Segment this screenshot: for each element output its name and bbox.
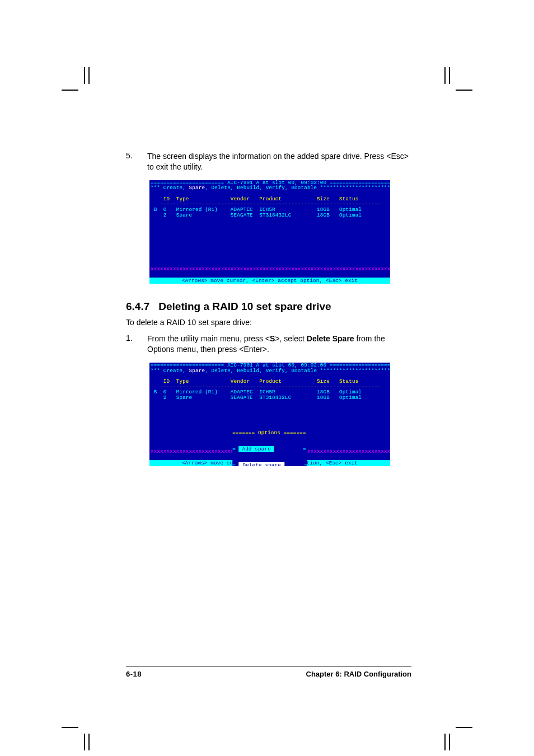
options-title: ======= Options ======= [232,430,306,436]
step-number: 5. [126,151,147,160]
option-delete-spare[interactable]: Delete spare [239,462,285,466]
section-intro: To delete a RAID 10 set spare drive: [126,317,411,328]
section-heading: 6.4.7Deleting a RAID 10 set spare drive [126,300,411,313]
step-5: 5. The screen displays the information o… [126,151,411,172]
step-text: From the utility main menu, press <S>, s… [147,334,411,355]
step-1: 1. From the utility main menu, press <S>… [126,334,411,355]
key-s: S [270,334,275,343]
section-title: Deleting a RAID 10 set spare drive [158,300,331,312]
menu-delete-spare: Delete Spare [307,334,354,343]
page-number: 6-18 [126,670,142,678]
bios-footer-help: <Arrows> move cursor, <Enter> accept opt… [149,278,390,284]
section-number: 6.4.7 [126,300,149,312]
bios-screen-1: ======================= AIC-7901 A at sl… [149,180,390,284]
step-number: 1. [126,334,147,342]
page-body: 5. The screen displays the information o… [126,151,411,477]
chapter-title: Chapter 6: RAID Configuration [306,670,412,678]
options-popup: ======= Options ======= = Add spare = = … [232,420,307,466]
page-footer: 6-18 Chapter 6: RAID Configuration [126,666,411,678]
step-text: The screen displays the information on t… [147,151,411,172]
option-add-spare[interactable]: Add spare [239,446,274,452]
bios-screen-2: ======================= AIC-7901 A at sl… [149,363,390,466]
